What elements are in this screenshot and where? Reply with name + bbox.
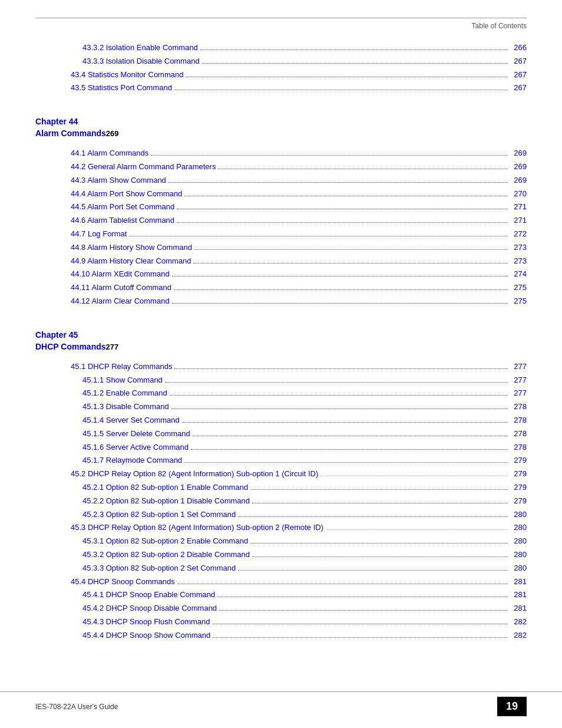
entry-title-27: 45.2.1 Option 82 Sub-option 1 Enable Com…: [82, 482, 248, 494]
toc-entry-34: 45.4 DHCP Snoop Commands281: [35, 576, 527, 588]
entry-title-5: 44.1 Alarm Commands: [71, 147, 148, 160]
entry-title-13: 44.9 Alarm History Clear Command: [71, 255, 191, 268]
entry-title-25: 45.1.7 Relaymode Command: [82, 454, 182, 467]
toc-entry-36: 45.4.2 DHCP Snoop Disable Command281: [35, 602, 527, 615]
toc-entry-7: 44.3 Alarm Show Command269: [35, 174, 527, 187]
entry-title-12: 44.8 Alarm History Show Command: [71, 242, 192, 254]
entry-title-15: 44.11 Alarm Cutoff Command: [71, 282, 171, 294]
entry-page-26: 279: [510, 468, 527, 480]
entry-title-29: 45.2.3 Option 82 Sub-option 1 Set Comman…: [82, 509, 236, 521]
entry-page-6: 269: [510, 161, 527, 173]
entry-title-33: 45.3.3 Option 82 Sub-option 2 Set Comman…: [82, 562, 236, 575]
entry-page-7: 269: [510, 174, 527, 187]
entry-title-36: 45.4.2 DHCP Snoop Disable Command: [82, 602, 217, 615]
entry-title-20: 45.1.2 Enable Command: [82, 387, 167, 400]
toc-entry-25: 45.1.7 Relaymode Command279: [35, 454, 527, 467]
entry-title-19: 45.1.1 Show Command: [82, 374, 163, 387]
toc-entry-33: 45.3.3 Option 82 Sub-option 2 Set Comman…: [35, 562, 527, 575]
entry-page-5: 269: [510, 147, 527, 160]
toc-entry-19: 45.1.1 Show Command277: [35, 374, 527, 387]
entry-page-16: 275: [510, 295, 527, 308]
chapter-title-17: DHCP Commands277: [35, 342, 527, 351]
toc-entry-28: 45.2.2 Option 82 Sub-option 1 Disable Co…: [35, 495, 527, 508]
entry-page-23: 278: [510, 428, 527, 440]
entry-title-1: 43.3.3 Isolation Disable Command: [82, 55, 200, 68]
entry-page-12: 273: [510, 242, 527, 254]
entry-page-8: 270: [510, 188, 527, 200]
entry-page-13: 273: [510, 255, 527, 268]
toc-entry-37: 45.4.3 DHCP Snoop Flush Command282: [35, 616, 527, 628]
entry-page-22: 278: [510, 414, 527, 427]
entry-page-11: 272: [510, 228, 527, 241]
entry-title-8: 44.4 Alarm Port Show Command: [71, 188, 182, 200]
entry-title-18: 45.1 DHCP Relay Commands: [71, 361, 172, 373]
entry-page-20: 277: [510, 387, 527, 400]
toc-entry-13: 44.9 Alarm History Clear Command273: [35, 255, 527, 268]
toc-entry-26: 45.2 DHCP Relay Option 82 (Agent Informa…: [35, 468, 527, 480]
entry-title-35: 45.4.1 DHCP Snoop Enable Command: [82, 589, 215, 601]
toc-entry-1: 43.3.3 Isolation Disable Command267: [35, 55, 527, 68]
toc-entry-10: 44.6 Alarm Tablelist Command271: [35, 215, 527, 227]
entry-page-1: 267: [510, 55, 527, 68]
entry-title-34: 45.4 DHCP Snoop Commands: [71, 576, 175, 588]
entry-page-35: 281: [510, 589, 527, 601]
entry-page-9: 271: [510, 201, 527, 213]
entry-page-38: 282: [510, 630, 527, 642]
entry-title-7: 44.3 Alarm Show Command: [71, 174, 166, 187]
entry-page-14: 274: [510, 268, 527, 281]
entry-page-37: 282: [510, 616, 527, 628]
entry-title-21: 45.1.3 Disable Command: [82, 401, 169, 413]
toc-entry-3: 43.5 Statistics Port Command267: [35, 82, 527, 94]
chapter-label-4: Chapter 44: [35, 117, 527, 126]
entry-page-27: 279: [510, 482, 527, 494]
entry-title-23: 45.1.5 Server Delete Command: [82, 428, 190, 440]
entry-page-10: 271: [510, 215, 527, 227]
toc-entry-14: 44.10 Alarm XEdit Command274: [35, 268, 527, 281]
toc-entry-20: 45.1.2 Enable Command277: [35, 387, 527, 400]
toc-entry-11: 44.7 Log Format272: [35, 228, 527, 241]
entry-title-31: 45.3.1 Option 82 Sub-option 2 Enable Com…: [82, 535, 248, 548]
entry-title-0: 43.3.2 Isolation Enable Command: [82, 42, 198, 54]
toc-entry-30: 45.3 DHCP Relay Option 82 (Agent Informa…: [35, 522, 527, 534]
entry-page-33: 280: [510, 562, 527, 575]
entry-title-32: 45.3.2 Option 82 Sub-option 2 Disable Co…: [82, 549, 250, 561]
entry-page-15: 275: [510, 282, 527, 294]
entry-title-6: 44.2 General Alarm Command Parameters: [71, 161, 216, 173]
page-footer: IES-708-22A User's Guide 19: [0, 691, 562, 716]
entry-page-30: 280: [510, 522, 527, 534]
chapter-title-4: Alarm Commands269: [35, 129, 527, 138]
toc-entry-2: 43.4 Statistics Monitor Command267: [35, 69, 527, 81]
entry-page-3: 267: [510, 82, 527, 94]
entry-title-14: 44.10 Alarm XEdit Command: [71, 268, 170, 281]
entry-page-32: 280: [510, 549, 527, 561]
toc-entry-5: 44.1 Alarm Commands269: [35, 147, 527, 160]
page: Table of Contents 43.3.2 Isolation Enabl…: [0, 0, 562, 728]
entry-title-30: 45.3 DHCP Relay Option 82 (Agent Informa…: [71, 522, 323, 534]
entry-page-2: 267: [510, 69, 527, 81]
toc-entry-15: 44.11 Alarm Cutoff Command275: [35, 282, 527, 294]
entry-title-2: 43.4 Statistics Monitor Command: [71, 69, 183, 81]
entry-title-10: 44.6 Alarm Tablelist Command: [71, 215, 174, 227]
entry-page-36: 281: [510, 602, 527, 615]
entry-page-25: 279: [510, 454, 527, 467]
entry-page-0: 266: [510, 42, 527, 54]
toc-entry-0: 43.3.2 Isolation Enable Command266: [35, 42, 527, 54]
toc-entry-18: 45.1 DHCP Relay Commands277: [35, 361, 527, 373]
header-text: Table of Contents: [472, 22, 527, 30]
toc-entry-12: 44.8 Alarm History Show Command273: [35, 242, 527, 254]
entry-page-31: 280: [510, 535, 527, 548]
entry-title-9: 44.5 Alarm Port Set Command: [71, 201, 174, 213]
toc-entry-31: 45.3.1 Option 82 Sub-option 2 Enable Com…: [35, 535, 527, 548]
toc-entry-6: 44.2 General Alarm Command Parameters269: [35, 161, 527, 173]
entry-page-29: 280: [510, 509, 527, 521]
toc-entry-16: 44.12 Alarm Clear Command275: [35, 295, 527, 308]
footer-guide-name: IES-708-22A User's Guide: [35, 703, 118, 711]
toc-content: 43.3.2 Isolation Enable Command26643.3.3…: [35, 42, 527, 641]
entry-title-26: 45.2 DHCP Relay Option 82 (Agent Informa…: [71, 468, 318, 480]
entry-page-18: 277: [510, 361, 527, 373]
toc-entry-27: 45.2.1 Option 82 Sub-option 1 Enable Com…: [35, 482, 527, 494]
entry-title-24: 45.1.6 Server Active Command: [82, 442, 189, 454]
entry-page-21: 278: [510, 401, 527, 413]
entry-title-22: 45.1.4 Server Set Command: [82, 414, 180, 427]
entry-page-19: 277: [510, 374, 527, 387]
